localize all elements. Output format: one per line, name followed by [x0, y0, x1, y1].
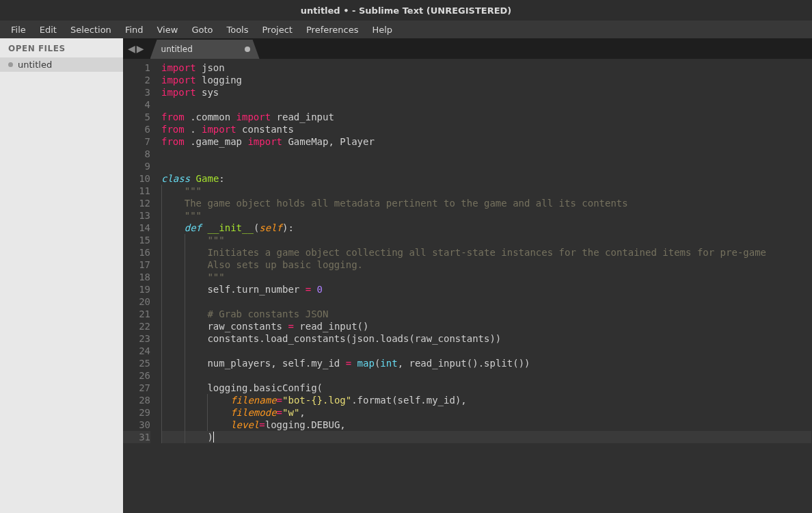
- line-number: 16: [123, 246, 150, 259]
- line-number: 27: [123, 382, 150, 394]
- line-number: 22: [123, 320, 150, 332]
- menu-view[interactable]: View: [150, 23, 185, 37]
- code-line[interactable]: import json: [161, 62, 811, 74]
- line-number: 25: [123, 357, 150, 369]
- code-line[interactable]: The game object holds all metadata perti…: [161, 197, 811, 209]
- code-line[interactable]: """: [161, 234, 811, 246]
- line-number: 24: [123, 345, 150, 357]
- code-line[interactable]: def __init__(self):: [161, 222, 811, 234]
- code-line[interactable]: from . import constants: [161, 123, 811, 135]
- tab-modified-dot-icon: [245, 47, 250, 52]
- line-number: 31: [123, 431, 150, 443]
- line-number: 17: [123, 259, 150, 271]
- line-number: 9: [123, 160, 150, 172]
- line-number: 1: [123, 62, 150, 74]
- line-number: 19: [123, 283, 150, 295]
- menu-selection[interactable]: Selection: [64, 23, 118, 37]
- code-line[interactable]: """: [161, 185, 811, 197]
- line-number: 26: [123, 369, 150, 382]
- line-number: 6: [123, 123, 150, 135]
- tab-nav-arrows: ◀ ▶: [123, 38, 149, 59]
- code-line[interactable]: from .common import read_input: [161, 111, 811, 123]
- code-line[interactable]: num_players, self.my_id = map(int, read_…: [161, 357, 811, 369]
- line-number-gutter: 1234567891011121314151617181920212223242…: [123, 59, 157, 513]
- code-line[interactable]: [161, 345, 811, 357]
- menu-goto[interactable]: Goto: [185, 23, 219, 37]
- line-number: 12: [123, 197, 150, 209]
- menu-preferences[interactable]: Preferences: [299, 23, 365, 37]
- code-line[interactable]: import logging: [161, 74, 811, 86]
- tab-bar: ◀ ▶ untitled: [123, 38, 812, 59]
- code-line[interactable]: # Grab constants JSON: [161, 308, 811, 320]
- open-file-item[interactable]: untitled: [0, 57, 123, 72]
- code-line[interactable]: [161, 160, 811, 172]
- text-cursor: [213, 432, 214, 443]
- line-number: 23: [123, 332, 150, 345]
- line-number: 21: [123, 308, 150, 320]
- code-line[interactable]: """: [161, 271, 811, 283]
- menu-file[interactable]: File: [4, 23, 33, 37]
- menu-project[interactable]: Project: [255, 23, 299, 37]
- code-line[interactable]: [161, 295, 811, 308]
- code-line[interactable]: [161, 98, 811, 111]
- code-line[interactable]: Initiates a game object collecting all s…: [161, 246, 811, 259]
- modified-dot-icon: [8, 62, 13, 67]
- line-number: 30: [123, 419, 150, 431]
- line-number: 11: [123, 185, 150, 197]
- code-line[interactable]: level=logging.DEBUG,: [161, 419, 811, 431]
- code-line[interactable]: filename="bot-{}.log".format(self.my_id)…: [161, 394, 811, 406]
- sidebar: OPEN FILES untitled: [0, 38, 123, 513]
- code-line[interactable]: [161, 369, 811, 382]
- line-number: 13: [123, 209, 150, 222]
- line-number: 14: [123, 222, 150, 234]
- code-line[interactable]: from .game_map import GameMap, Player: [161, 135, 811, 148]
- line-number: 4: [123, 98, 150, 111]
- tab-label: untitled: [161, 44, 193, 54]
- line-number: 20: [123, 295, 150, 308]
- menu-bar: FileEditSelectionFindViewGotoToolsProjec…: [0, 21, 812, 38]
- menu-find[interactable]: Find: [118, 23, 150, 37]
- code-line[interactable]: logging.basicConfig(: [161, 382, 811, 394]
- editor-pane: ◀ ▶ untitled 123456789101112131415161718…: [123, 38, 812, 513]
- window-title: untitled • - Sublime Text (UNREGISTERED): [301, 5, 512, 16]
- sidebar-open-files-header: OPEN FILES: [0, 38, 123, 57]
- line-number: 10: [123, 172, 150, 185]
- menu-help[interactable]: Help: [365, 23, 399, 37]
- line-number: 2: [123, 74, 150, 86]
- code-line[interactable]: Also sets up basic logging.: [161, 259, 811, 271]
- menu-tools[interactable]: Tools: [219, 23, 255, 37]
- code-line[interactable]: class Game:: [161, 172, 811, 185]
- code-line[interactable]: [161, 148, 811, 160]
- code-line[interactable]: filemode="w",: [161, 406, 811, 419]
- open-file-name: untitled: [18, 60, 52, 70]
- line-number: 28: [123, 394, 150, 406]
- code-area[interactable]: 1234567891011121314151617181920212223242…: [123, 59, 812, 513]
- code-line[interactable]: """: [161, 209, 811, 222]
- menu-edit[interactable]: Edit: [33, 23, 64, 37]
- window-titlebar: untitled • - Sublime Text (UNREGISTERED): [0, 0, 812, 21]
- tab-history-forward-icon[interactable]: ▶: [136, 43, 145, 54]
- code-line[interactable]: self.turn_number = 0: [161, 283, 811, 295]
- tab-history-back-icon[interactable]: ◀: [127, 43, 136, 54]
- code-line[interactable]: import sys: [161, 86, 811, 98]
- line-number: 7: [123, 135, 150, 148]
- line-number: 18: [123, 271, 150, 283]
- line-number: 8: [123, 148, 150, 160]
- line-number: 15: [123, 234, 150, 246]
- code-content[interactable]: import jsonimport loggingimport sysfrom …: [157, 59, 811, 513]
- code-line[interactable]: raw_constants = read_input(): [161, 320, 811, 332]
- code-line[interactable]: ): [161, 431, 811, 443]
- line-number: 3: [123, 86, 150, 98]
- line-number: 29: [123, 406, 150, 419]
- tab[interactable]: untitled: [150, 40, 260, 59]
- line-number: 5: [123, 111, 150, 123]
- code-line[interactable]: constants.load_constants(json.loads(raw_…: [161, 332, 811, 345]
